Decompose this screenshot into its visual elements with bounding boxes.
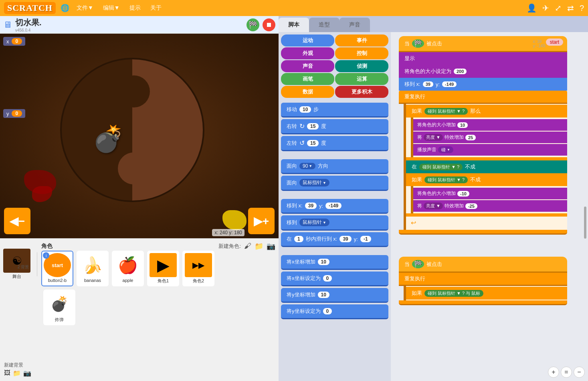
- stop-button[interactable]: ⏹: [263, 18, 275, 31]
- sprite-item-apple[interactable]: 🍎 apple: [112, 251, 144, 286]
- condition-wait: 碰到 鼠标指针 ▼ ?: [419, 164, 463, 170]
- block-set-y[interactable]: 将y坐标设定为 0: [281, 304, 388, 319]
- block-palette: 运动 事件 外观 控制 声音 侦测 画笔 运算 数据 更多积木 移动 10 步: [279, 32, 391, 381]
- new-sprite-paint-icon[interactable]: 🖌: [244, 242, 251, 251]
- cat-control[interactable]: 控制: [335, 47, 388, 59]
- effect-val: 25: [465, 135, 476, 140]
- inner-size-val2: -10: [457, 191, 469, 197]
- about-menu[interactable]: 关于: [148, 3, 164, 13]
- cat-sound[interactable]: 声音: [281, 60, 334, 72]
- sprite-item-button2b[interactable]: i start button2-b: [41, 251, 73, 286]
- effect-val2: -25: [465, 203, 477, 209]
- new-bg-paint-icon[interactable]: 🖼: [4, 369, 10, 377]
- sprite-name-bomb: 炸弹: [46, 317, 73, 323]
- fullscreen-icon[interactable]: ⤢: [555, 3, 562, 13]
- block-face-val[interactable]: 90: [299, 163, 315, 169]
- block-turn-left[interactable]: 左转 ↺ 15 度: [281, 136, 388, 151]
- block-move[interactable]: 移动 10 步: [281, 103, 388, 118]
- block-goto-mouse[interactable]: 移到 鼠标指针: [281, 215, 388, 231]
- condition-1: 碰到 鼠标指针 ▼ ?: [424, 108, 468, 115]
- new-sprite-file-icon[interactable]: 📁: [255, 242, 263, 251]
- sprite-item-role1[interactable]: ▶ 角色1: [147, 251, 179, 286]
- sprite-item-bomb[interactable]: 💣 炸弹: [43, 290, 75, 325]
- start-label: start: [546, 39, 563, 46]
- block-face-dropdown[interactable]: 鼠标指针: [299, 179, 329, 186]
- inner-block-effect: 将 亮度 ▼ 特效增加 25: [413, 132, 567, 143]
- cat-pen[interactable]: 画笔: [281, 73, 334, 85]
- block-glide[interactable]: 在 1 秒内滑行到 x: 39 y: -1: [281, 232, 388, 247]
- tips-menu[interactable]: 提示: [127, 3, 143, 13]
- sprite-panel: ☯ 舞台 2 背景 角色 新建角色: 🖌 📁: [0, 238, 279, 381]
- tab-costume[interactable]: 造型: [309, 18, 339, 32]
- block-x1: 39: [423, 81, 433, 87]
- sprite-thumb-role1: ▶: [150, 253, 177, 277]
- new-bg-file-icon[interactable]: 📁: [13, 369, 21, 377]
- cat-data[interactable]: 数据: [281, 86, 334, 98]
- sprite-thumb-role2: ▶▶: [185, 253, 212, 277]
- scroll-indicator[interactable]: [584, 207, 586, 239]
- block-turn-right[interactable]: 右转 ↻ 15 度: [281, 119, 388, 134]
- help-icon[interactable]: ?: [580, 4, 584, 13]
- if-inner-1: 将角色的大小增加 10 将 亮度 ▼ 特效增加 25 播放声音 碰: [411, 118, 567, 157]
- turbo-icon[interactable]: ⇄: [567, 3, 574, 13]
- cat-motion[interactable]: 运动: [281, 34, 334, 47]
- new-bg-camera-icon[interactable]: 📷: [23, 369, 31, 377]
- y-value: 0: [12, 110, 22, 117]
- sound-dropdown[interactable]: 碰: [438, 146, 453, 153]
- block-set-x[interactable]: 将x坐标设定为 0: [281, 272, 388, 286]
- prev-button[interactable]: ◀−: [4, 208, 30, 234]
- cat-more[interactable]: 更多积木: [335, 86, 388, 98]
- sprite-name-button2b: button2-b: [44, 278, 71, 283]
- stage-icon: 🖥: [3, 20, 12, 30]
- effect-dropdown[interactable]: 亮度 ▼: [424, 134, 443, 141]
- block-change-y[interactable]: 将y坐标增加 10: [281, 288, 388, 303]
- block-goto-dropdown[interactable]: 鼠标指针: [299, 219, 329, 226]
- block-y1: -149: [442, 81, 457, 87]
- block-face-toward[interactable]: 面向 鼠标指针: [281, 176, 388, 191]
- block-change-x[interactable]: 将x坐标增加 10: [281, 255, 388, 270]
- tab-sound[interactable]: 声音: [339, 18, 370, 32]
- stage-sprite-item[interactable]: ☯ 舞台 2 背景: [3, 249, 30, 280]
- block-turn-left-val: 15: [307, 140, 319, 146]
- x-coord-display: x 0: [3, 37, 25, 46]
- sprite-thumb-apple: 🍎: [114, 253, 141, 277]
- zoom-out-button[interactable]: −: [574, 367, 585, 378]
- block-turn-right-val: 15: [307, 123, 319, 130]
- cat-sensing[interactable]: 侦测: [335, 60, 388, 72]
- new-sprite-camera-icon[interactable]: 📷: [267, 242, 275, 251]
- block-goto-xy[interactable]: 移到 x: 39 y: -149: [281, 199, 388, 214]
- y-label: y: [6, 111, 9, 117]
- block-change-x-val: 10: [318, 259, 329, 265]
- cat-looks[interactable]: 外观: [281, 47, 334, 59]
- block-repeat: 重复执行: [399, 91, 567, 104]
- zoom-in-button[interactable]: +: [548, 367, 559, 378]
- block-face[interactable]: 面向 90 方向: [281, 159, 388, 174]
- green-flag-button[interactable]: 🏁: [247, 18, 259, 31]
- toolbar-icons: 👤 ✈ ⤢ ⇄ ?: [527, 3, 584, 13]
- tab-script[interactable]: 脚本: [279, 18, 309, 32]
- inner-block-size-decrease: 将角色的大小增加 -10: [413, 188, 567, 199]
- code-workspace[interactable]: 当 🏁 被点击 start x: 39y: -149 显示 将角色的大小设定为 …: [391, 32, 588, 381]
- scratch-logo: SCRATCH: [4, 2, 56, 14]
- sprite-item-role2[interactable]: ▶▶ 角色2: [182, 251, 214, 286]
- info-badge[interactable]: i: [43, 252, 49, 259]
- globe-icon[interactable]: 🌐: [61, 4, 69, 12]
- edit-menu[interactable]: 编辑▼: [101, 3, 122, 13]
- c-block-1: 如果 碰到 鼠标指针 ▼ ? 那么 将角色的大小增加 10 将 亮度 ▼ 特效增…: [404, 104, 567, 230]
- hat-block-1: 当 🏁 被点击 start x: 39y: -149: [399, 36, 567, 52]
- zoom-reset-button[interactable]: =: [561, 367, 572, 378]
- stage-title: 切水果.: [15, 17, 42, 28]
- version-label: v456.0.4: [15, 28, 42, 32]
- next-button[interactable]: ▶+: [248, 208, 275, 234]
- upload-icon[interactable]: ✈: [542, 3, 549, 13]
- file-menu[interactable]: 文件▼: [74, 3, 96, 13]
- user-icon[interactable]: 👤: [527, 3, 537, 13]
- sprite-item-bananas[interactable]: 🍌 bananas: [77, 251, 109, 286]
- menubar: SCRATCH 🌐 文件▼ 编辑▼ 提示 关于 👤 ✈ ⤢ ⇄ ?: [0, 0, 588, 16]
- wait-until-block: 在 碰到 鼠标指针 ▼ ? 不成: [406, 160, 567, 173]
- sprite-thumb-bomb: 💣: [46, 292, 73, 316]
- effect-dropdown2[interactable]: 亮度 ▼: [424, 203, 443, 209]
- tabs: 脚本 造型 声音: [279, 16, 588, 32]
- cat-events[interactable]: 事件: [335, 34, 388, 47]
- cat-operators[interactable]: 运算: [335, 73, 388, 85]
